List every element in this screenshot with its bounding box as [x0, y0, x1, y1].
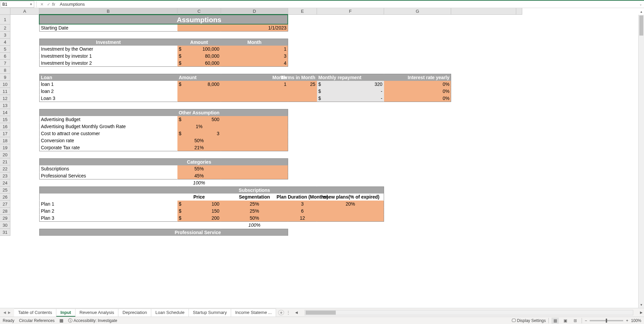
- cell[interactable]: [384, 229, 451, 236]
- cell[interactable]: Price: [177, 194, 221, 201]
- cell[interactable]: [317, 151, 384, 158]
- cell[interactable]: [451, 130, 516, 137]
- cell[interactable]: [39, 158, 177, 165]
- sheet-tab[interactable]: Depreciation: [118, 309, 151, 317]
- cell[interactable]: [451, 95, 516, 102]
- cell[interactable]: Plan Duration (Months): [288, 194, 317, 201]
- cell[interactable]: [39, 15, 177, 24]
- zoom-in-button[interactable]: +: [626, 318, 628, 323]
- cell[interactable]: [317, 60, 384, 67]
- cell[interactable]: [384, 158, 451, 165]
- cell[interactable]: [221, 15, 288, 24]
- cell[interactable]: [221, 144, 288, 151]
- cell[interactable]: [221, 88, 288, 95]
- cell[interactable]: 100%: [221, 222, 288, 229]
- cell[interactable]: [39, 109, 177, 116]
- cell[interactable]: [317, 123, 384, 130]
- row-header[interactable]: 8: [0, 67, 10, 74]
- page-layout-view-button[interactable]: ▣: [561, 318, 569, 324]
- scroll-down-icon[interactable]: ▼: [639, 302, 644, 308]
- select-all-corner[interactable]: [0, 8, 10, 15]
- row-header[interactable]: 16: [0, 123, 10, 130]
- cell[interactable]: 1: [221, 81, 288, 88]
- cell[interactable]: [384, 208, 451, 215]
- cell[interactable]: [317, 144, 384, 151]
- cell[interactable]: [10, 194, 39, 201]
- cell[interactable]: [221, 151, 288, 158]
- cell[interactable]: 21%: [177, 144, 221, 151]
- cell[interactable]: Other Assumption: [177, 109, 221, 116]
- cell[interactable]: [10, 67, 39, 74]
- row-header[interactable]: 12: [0, 95, 10, 102]
- cell[interactable]: [288, 222, 317, 229]
- row-header[interactable]: 30: [0, 222, 10, 229]
- cell[interactable]: [317, 165, 384, 172]
- cell[interactable]: [10, 24, 39, 32]
- cell[interactable]: Subscriptions: [221, 186, 288, 194]
- column-header[interactable]: A: [10, 8, 39, 15]
- expand-formula-icon[interactable]: ⌄: [637, 2, 644, 6]
- cell[interactable]: [317, 102, 384, 109]
- cell[interactable]: [288, 46, 317, 53]
- cell[interactable]: loan 2: [39, 88, 177, 95]
- cell[interactable]: 50%: [221, 215, 288, 222]
- cell[interactable]: [384, 46, 451, 53]
- cell[interactable]: [288, 123, 317, 130]
- cell[interactable]: Conversion rate: [39, 137, 177, 144]
- cell[interactable]: [10, 158, 39, 165]
- cell[interactable]: [221, 179, 288, 186]
- cell[interactable]: [10, 74, 39, 81]
- cell[interactable]: [10, 137, 39, 144]
- cell[interactable]: [451, 137, 516, 144]
- zoom-handle[interactable]: [606, 319, 607, 323]
- cell[interactable]: [384, 39, 451, 46]
- cell[interactable]: $150: [177, 208, 221, 215]
- cell[interactable]: 25: [288, 81, 317, 88]
- cell[interactable]: [317, 229, 384, 236]
- cell[interactable]: [177, 186, 221, 194]
- cell[interactable]: [10, 179, 39, 186]
- row-header[interactable]: 1: [0, 15, 10, 24]
- row-header[interactable]: 28: [0, 208, 10, 215]
- cell[interactable]: [317, 116, 384, 123]
- cell[interactable]: [10, 95, 39, 102]
- cell[interactable]: Advertising Budget: [39, 116, 177, 123]
- cell[interactable]: [288, 186, 317, 194]
- cell[interactable]: $8,000: [177, 81, 221, 88]
- cell[interactable]: Month: [221, 74, 288, 81]
- row-header[interactable]: 11: [0, 88, 10, 95]
- cell[interactable]: Loan: [39, 74, 177, 81]
- cell[interactable]: $-: [317, 88, 384, 95]
- cell[interactable]: [451, 186, 516, 194]
- row-header[interactable]: 31: [0, 229, 10, 236]
- hscroll-right-icon[interactable]: ▶: [639, 311, 644, 314]
- cell[interactable]: [384, 60, 451, 67]
- cell[interactable]: [451, 165, 516, 172]
- cell[interactable]: [221, 130, 288, 137]
- cell[interactable]: [221, 172, 288, 179]
- row-header[interactable]: 15: [0, 116, 10, 123]
- cell[interactable]: [451, 32, 516, 39]
- column-header[interactable]: E: [288, 8, 317, 15]
- cell[interactable]: [39, 179, 177, 186]
- cell[interactable]: [384, 186, 451, 194]
- row-header[interactable]: 22: [0, 165, 10, 172]
- cell[interactable]: [288, 179, 317, 186]
- name-box[interactable]: B1 ▼: [1, 1, 34, 8]
- cell[interactable]: [451, 102, 516, 109]
- cell[interactable]: [221, 123, 288, 130]
- cell[interactable]: [317, 67, 384, 74]
- cell[interactable]: [177, 32, 221, 39]
- cell[interactable]: Professional Services: [177, 229, 221, 236]
- cell[interactable]: [317, 39, 384, 46]
- row-header[interactable]: 5: [0, 46, 10, 53]
- cell[interactable]: Starting Date: [39, 24, 177, 32]
- row-header[interactable]: 27: [0, 201, 10, 208]
- cell[interactable]: [451, 67, 516, 74]
- cell[interactable]: 6: [288, 208, 317, 215]
- cell[interactable]: [10, 46, 39, 53]
- tab-prev-icon[interactable]: ◀: [3, 311, 6, 314]
- cell[interactable]: [451, 39, 516, 46]
- cell[interactable]: 0%: [384, 95, 451, 102]
- row-header[interactable]: 13: [0, 102, 10, 109]
